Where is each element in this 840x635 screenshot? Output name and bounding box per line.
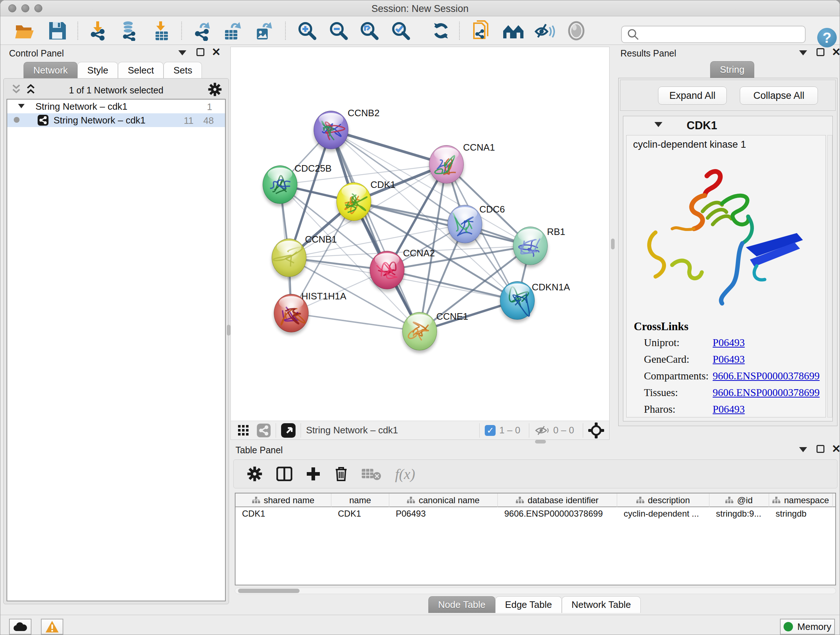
search-input[interactable]	[643, 27, 805, 42]
node-table[interactable]: shared namenamecanonical namedatabase id…	[235, 493, 836, 585]
tab-style[interactable]: Style	[77, 62, 118, 79]
selected-checkbox-icon[interactable]: ✓	[485, 425, 496, 436]
table-horizontal-scrollbar[interactable]	[235, 587, 836, 594]
float-panel-icon[interactable]	[816, 445, 824, 453]
table-cell[interactable]: stringdb	[769, 509, 833, 522]
export-image-button[interactable]	[253, 20, 275, 41]
add-column-icon[interactable]	[306, 467, 321, 481]
grid-view-icon[interactable]	[238, 425, 249, 436]
tab-edge-table[interactable]: Edge Table	[495, 596, 562, 613]
close-panel-icon[interactable]: ✕	[832, 445, 840, 453]
results-scrollbar[interactable]	[827, 135, 832, 417]
collection-expander-icon[interactable]	[18, 104, 25, 108]
table-cell[interactable]: cyclin-dependent ...	[617, 509, 709, 522]
column-header-namespace[interactable]: namespace	[769, 494, 833, 507]
collection-row[interactable]: String Network – cdk1 1	[7, 100, 225, 113]
share-document-button[interactable]	[471, 20, 493, 41]
save-session-button[interactable]	[47, 20, 68, 41]
zoom-selected-button[interactable]	[390, 20, 412, 41]
import-table-from-file-button[interactable]	[151, 20, 172, 41]
table-cell[interactable]: CDK1	[235, 509, 332, 522]
grey-sphere-button[interactable]	[565, 20, 587, 41]
crosslink-link[interactable]: P06493	[713, 353, 745, 365]
zoom-out-button[interactable]	[328, 20, 349, 41]
zoom-fit-button[interactable]	[358, 20, 380, 41]
splitter-handle[interactable]	[535, 440, 546, 443]
string-home-button[interactable]	[502, 20, 524, 41]
close-panel-icon[interactable]: ✕	[212, 48, 221, 56]
network-node-CCNA1[interactable]	[429, 145, 464, 184]
help-button[interactable]: ?	[817, 28, 837, 48]
network-node-count: 11	[184, 115, 194, 126]
network-row-selected[interactable]: String Network – cdk1 11 48	[7, 113, 225, 127]
tab-network[interactable]: Network	[24, 62, 77, 79]
tab-sets[interactable]: Sets	[164, 62, 202, 79]
splitter-handle[interactable]	[611, 239, 615, 249]
section-expander-icon[interactable]	[654, 122, 662, 127]
collapse-all-button[interactable]: Collapse All	[740, 87, 818, 105]
network-node-CDC25B[interactable]	[263, 165, 297, 204]
table-options-gear-icon[interactable]	[247, 466, 263, 482]
float-panel-icon[interactable]	[196, 48, 204, 56]
column-header-@id[interactable]: @id	[709, 494, 769, 507]
column-header-name[interactable]: name	[332, 494, 389, 507]
import-network-from-database-button[interactable]	[118, 20, 140, 41]
crosslink-link[interactable]: 9606.ENSP00000378699	[713, 386, 820, 399]
tab-network-table[interactable]: Network Table	[562, 596, 641, 613]
tab-select[interactable]: Select	[118, 62, 164, 79]
scrollbar-thumb[interactable]	[238, 589, 300, 593]
memory-button[interactable]: Memory	[780, 619, 835, 635]
network-node-CDC6[interactable]	[447, 205, 482, 243]
network-node-CCNB2[interactable]	[314, 111, 348, 149]
show-columns-icon[interactable]	[276, 467, 292, 481]
crosslink-link[interactable]: P06493	[713, 403, 745, 415]
tab-node-table[interactable]: Node Table	[428, 596, 495, 613]
column-header-canonical-name[interactable]: canonical name	[389, 494, 498, 507]
network-node-CCNA2[interactable]	[370, 251, 404, 289]
delete-column-icon[interactable]	[334, 466, 348, 482]
network-node-CDKN1A[interactable]	[500, 281, 535, 320]
panel-menu-icon[interactable]	[799, 447, 807, 452]
hide-unhide-button[interactable]	[534, 20, 556, 41]
fit-selected-crosshair-icon[interactable]	[588, 423, 604, 439]
zoom-in-button[interactable]	[296, 20, 318, 41]
expand-all-button[interactable]: Expand All	[658, 87, 727, 105]
panel-menu-icon[interactable]	[178, 50, 186, 55]
node-result-header[interactable]: CDK1	[623, 116, 832, 134]
crosslink-link[interactable]: 9606.ENSP00000378699	[713, 370, 820, 382]
crosslink-link[interactable]: P06493	[713, 337, 745, 348]
export-table-button[interactable]	[222, 20, 243, 41]
table-cell[interactable]: stringdb:9...	[709, 509, 769, 522]
status-bar: Memory	[0, 615, 840, 635]
table-cell[interactable]: 9606.ENSP00000378699	[498, 509, 617, 522]
network-options-gear-icon[interactable]	[208, 82, 222, 97]
birdseye-view-icon[interactable]	[281, 423, 295, 438]
network-node-CCNE1[interactable]	[402, 312, 437, 350]
open-session-button[interactable]	[14, 20, 36, 41]
export-network-button[interactable]	[191, 20, 213, 41]
panel-menu-icon[interactable]	[799, 50, 807, 55]
column-header-shared-name[interactable]: shared name	[235, 494, 332, 507]
refresh-button[interactable]	[430, 20, 452, 41]
network-node-CCNB1[interactable]	[272, 239, 306, 277]
network-edge[interactable]	[291, 313, 420, 331]
network-style-icon[interactable]	[257, 424, 271, 437]
close-panel-icon[interactable]: ✕	[832, 48, 840, 56]
warnings-button[interactable]	[41, 619, 63, 635]
splitter-handle[interactable]	[227, 325, 231, 336]
cloud-status-button[interactable]	[9, 619, 32, 635]
column-header-database-identifier[interactable]: database identifier	[498, 494, 617, 507]
network-edge[interactable]	[387, 270, 517, 301]
table-cell[interactable]: P06493	[389, 509, 498, 522]
network-canvas[interactable]: CCNB2CCNA1CDC25BCDK1CDC6RB1CCNB1CCNA2CDK…	[231, 47, 610, 421]
import-network-from-file-button[interactable]	[87, 20, 109, 41]
results-panel: Results Panel ✕ String Expand All Collap…	[615, 48, 840, 443]
network-tab-body: 1 of 1 Network selected String Network	[3, 78, 229, 604]
float-panel-icon[interactable]	[816, 48, 824, 56]
network-node-CDK1[interactable]	[336, 182, 371, 221]
network-node-RB1[interactable]	[513, 226, 548, 265]
table-panel: Table Panel ✕	[231, 444, 840, 613]
table-cell[interactable]: CDK1	[332, 509, 389, 522]
tab-string[interactable]: String	[710, 61, 754, 78]
column-header-description[interactable]: description	[617, 494, 709, 507]
